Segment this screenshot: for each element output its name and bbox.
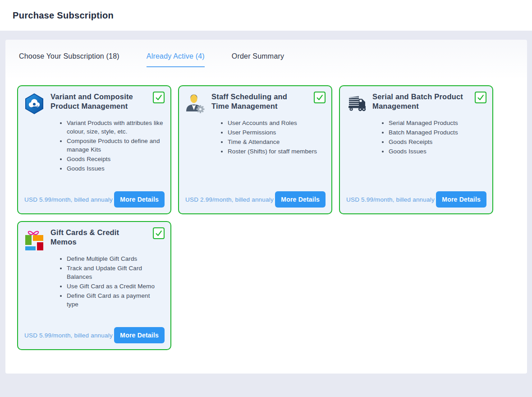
price-row: USD 5.99/month, billed annualy More Deta… (24, 327, 165, 343)
price-label: USD 5.99/month, billed annualy (346, 196, 435, 203)
tabs: Choose Your Subscription (18) Already Ac… (5, 40, 527, 67)
price-row: USD 2.99/month, billed annualy More Deta… (185, 191, 326, 208)
tab-choose-your-subscription[interactable]: Choose Your Subscription (18) (19, 52, 119, 67)
staff-scheduling-icon (184, 93, 206, 115)
card-head: Variant and Composite Product Management (23, 92, 165, 115)
subscription-card-variant-composite: Variant and Composite Product Management… (17, 85, 171, 214)
card-title: Staff Scheduling and Time Management (211, 92, 305, 111)
price-row: USD 5.99/month, billed annualy More Deta… (24, 191, 165, 208)
active-checkbox[interactable] (475, 92, 486, 103)
feature-list: Variant Products with attributes like co… (23, 119, 165, 173)
feature-item: Goods Receipts (67, 155, 165, 163)
check-icon (155, 93, 163, 102)
card-title: Variant and Composite Product Management (50, 92, 144, 111)
feature-item: User Permissions (228, 128, 326, 137)
feature-item: Goods Receipts (389, 138, 487, 146)
feature-item: Define Gift Card as a payment type (67, 291, 165, 309)
subscription-card-gift-cards: Gift Cards & Credit Memos Define Multipl… (17, 221, 171, 350)
page-title: Purchase Subscription (13, 10, 114, 21)
active-checkbox[interactable] (153, 227, 165, 239)
feature-item: Serial Managed Products (389, 119, 487, 127)
variant-composite-product-icon (23, 93, 45, 115)
card-head: Staff Scheduling and Time Management (184, 92, 326, 115)
top-bar: Purchase Subscription (0, 0, 532, 31)
subscription-card-staff-scheduling: Staff Scheduling and Time Management Use… (178, 85, 332, 214)
more-details-button[interactable]: More Details (114, 327, 165, 343)
feature-item: Roster (Shifts) for staff members (228, 147, 326, 156)
card-title: Serial and Batch Product Management (372, 92, 466, 111)
feature-item: Use Gift Card as a Credit Memo (67, 282, 165, 291)
active-subscriptions-grid: Variant and Composite Product Management… (17, 85, 516, 350)
feature-item: Define Multiple Gift Cards (67, 254, 165, 263)
price-label: USD 2.99/month, billed annualy (185, 196, 274, 203)
subscription-panel: Choose Your Subscription (18) Already Ac… (5, 40, 527, 374)
more-details-button[interactable]: More Details (275, 191, 326, 208)
feature-item: Variant Products with attributes like co… (67, 119, 165, 136)
feature-list: Serial Managed Products Batch Managed Pr… (345, 119, 487, 156)
feature-item: Time & Attendance (228, 138, 326, 146)
tab-order-summary[interactable]: Order Summary (232, 52, 284, 67)
card-head: Gift Cards & Credit Memos (23, 228, 165, 250)
tab-already-active[interactable]: Already Active (4) (147, 52, 205, 67)
feature-list: Define Multiple Gift Cards Track and Upd… (23, 254, 165, 309)
card-head: Serial and Batch Product Management (345, 92, 487, 115)
more-details-button[interactable]: More Details (114, 191, 165, 208)
check-icon (477, 93, 485, 102)
serial-batch-truck-icon (345, 93, 367, 115)
check-icon (155, 229, 163, 237)
more-details-button[interactable]: More Details (436, 191, 486, 208)
feature-item: Batch Managed Products (389, 128, 487, 137)
feature-list: User Accounts and Roles User Permissions… (184, 119, 326, 156)
check-icon (316, 93, 324, 102)
card-title: Gift Cards & Credit Memos (50, 228, 144, 247)
feature-item: Goods Issues (67, 164, 165, 173)
active-checkbox[interactable] (314, 92, 326, 103)
price-label: USD 5.99/month, billed annualy (24, 196, 113, 203)
feature-item: User Accounts and Roles (228, 119, 326, 127)
price-label: USD 5.99/month, billed annualy (24, 332, 113, 339)
gift-cards-icon (23, 229, 45, 250)
feature-item: Composite Products to define and manage … (67, 137, 165, 154)
price-row: USD 5.99/month, billed annualy More Deta… (346, 191, 486, 208)
subscription-card-serial-batch: Serial and Batch Product Management Seri… (339, 85, 493, 214)
active-checkbox[interactable] (153, 92, 165, 103)
feature-item: Goods Issues (389, 147, 487, 156)
feature-item: Track and Update Gift Card Balances (67, 264, 165, 281)
